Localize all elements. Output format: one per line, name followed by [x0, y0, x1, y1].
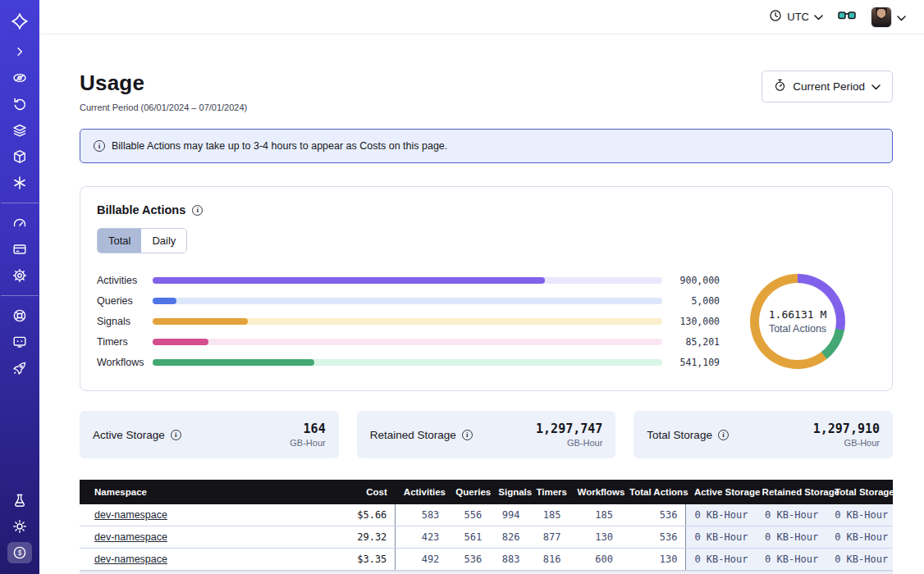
retained-storage-value: 0 KB-Hour: [754, 549, 827, 571]
col-cost: Cost: [324, 480, 396, 504]
layers-icon[interactable]: [7, 120, 32, 141]
col-activities: Activities: [396, 480, 448, 504]
storage-card-value: 1,297,910: [813, 421, 880, 436]
timezone-label: UTC: [787, 11, 809, 23]
bar-track: [153, 359, 662, 366]
gear-icon[interactable]: [7, 265, 32, 286]
tab-daily[interactable]: Daily: [141, 229, 186, 253]
col-signals: Signals: [490, 480, 528, 504]
flask-icon[interactable]: [7, 490, 32, 511]
workflows-value: 600: [569, 549, 621, 571]
user-avatar: [871, 7, 892, 28]
workflows-value: 185: [569, 504, 621, 526]
bar-value: 5,000: [662, 295, 720, 307]
cube-icon[interactable]: [7, 146, 32, 167]
billable-actions-card: Billable Actions i Total Daily Activitie…: [80, 186, 893, 391]
namespaces-icon[interactable]: [7, 67, 32, 89]
col-workflows: Workflows: [569, 480, 621, 504]
signals-value: 994: [490, 504, 528, 526]
tab-total[interactable]: Total: [98, 229, 141, 253]
billable-actions-title: Billable Actions: [97, 203, 185, 216]
clock-icon: [769, 9, 782, 25]
table-row: dev-namespace $3.35 492 536 883 816 600 …: [80, 549, 893, 571]
chevron-down-icon: [871, 80, 881, 93]
sidebar-divider: [1, 295, 39, 296]
timers-value: 816: [528, 549, 569, 571]
activities-value: 492: [396, 549, 448, 571]
cost-value: $3.35: [324, 549, 396, 571]
storage-card-unit: GB-Hour: [536, 438, 602, 448]
donut-ring: 1.66131 M Total Actions: [750, 274, 845, 369]
queries-value: 556: [447, 504, 490, 526]
collapse-chevron-icon[interactable]: [7, 41, 32, 62]
timers-value: 877: [528, 526, 569, 549]
info-icon[interactable]: i: [171, 430, 181, 440]
bar-row-signals: Signals 130,000: [97, 311, 720, 331]
sidebar-divider: [1, 203, 39, 203]
info-icon[interactable]: i: [462, 430, 473, 440]
page-title: Usage: [80, 71, 247, 96]
donut-total-label: Total Actions: [769, 323, 826, 335]
col-total-actions: Total Actions: [621, 480, 686, 504]
queries-value: 536: [447, 549, 490, 571]
rocket-icon[interactable]: [7, 358, 32, 379]
active-storage-value: 0 KB-Hour: [686, 526, 754, 549]
col-namespace: Namespace: [80, 480, 324, 504]
cost-value: 29.32: [324, 526, 396, 549]
stopwatch-icon: [774, 79, 786, 94]
gauge-icon[interactable]: [7, 212, 32, 234]
bar-track: [153, 318, 662, 325]
col-timers: Timers: [528, 480, 569, 504]
table-row: dev-namespace 29.32 423 561 826 877 130 …: [80, 526, 893, 549]
total-storage-value: 0 KB-Hour: [826, 549, 893, 571]
lifebuoy-icon[interactable]: [7, 305, 32, 326]
table-footer: [80, 571, 893, 574]
timezone-dropdown[interactable]: UTC: [769, 9, 823, 25]
bar-label: Timers: [97, 336, 153, 348]
sun-icon[interactable]: [7, 516, 32, 537]
bar-track: [153, 277, 662, 284]
namespace-link[interactable]: dev-namespace: [94, 531, 167, 543]
info-banner: i Billable Actions may take up to 3-4 ho…: [80, 129, 893, 163]
signals-value: 826: [490, 526, 528, 549]
col-retained-storage: Retained Storage: [754, 480, 827, 504]
current-period-dropdown[interactable]: Current Period: [762, 71, 893, 102]
storage-card-value: 164: [290, 421, 325, 436]
namespace-usage-table: Namespace Cost Activities Queries Signal…: [80, 480, 893, 574]
info-icon[interactable]: i: [718, 430, 729, 440]
col-total-storage: Total Storage: [826, 480, 893, 504]
bar-fill: [153, 277, 545, 284]
billable-actions-bar-chart: Activities 900,000 Queries 5,000 Signals: [97, 270, 720, 372]
bar-track: [153, 298, 662, 304]
info-icon[interactable]: i: [192, 205, 203, 216]
total-actions-value: 536: [621, 526, 686, 549]
bar-label: Workflows: [97, 357, 153, 368]
current-period-label: Current Period: [793, 80, 865, 93]
bar-fill: [153, 318, 248, 325]
temporal-logo-icon[interactable]: [7, 11, 32, 32]
total-storage-card: Total Storage i 1,297,910 GB-Hour: [634, 411, 893, 458]
app-root: $ UTC Usage Current Period (06/01/20: [0, 0, 924, 574]
topbar: UTC: [39, 0, 924, 34]
page-subtitle: Current Period (06/01/2024 – 07/01/2024): [80, 102, 247, 112]
bar-value: 541,109: [662, 357, 720, 368]
page-content: Usage Current Period (06/01/2024 – 07/01…: [39, 34, 924, 574]
svg-text:$: $: [18, 549, 22, 557]
storage-summary-row: Active Storage i 164 GB-Hour Retained St…: [80, 411, 893, 458]
namespace-link[interactable]: dev-namespace: [94, 554, 167, 565]
monitor-icon[interactable]: [7, 331, 32, 353]
bar-fill: [153, 339, 208, 345]
card-icon[interactable]: [7, 239, 32, 260]
active-storage-value: 0 KB-Hour: [686, 504, 754, 526]
bar-fill: [153, 298, 176, 304]
user-menu[interactable]: [871, 7, 906, 28]
storage-card-label: Total Storage: [647, 429, 712, 441]
asterisk-icon[interactable]: [7, 172, 32, 194]
usage-dollar-icon[interactable]: $: [7, 542, 32, 563]
namespace-link[interactable]: dev-namespace: [94, 509, 167, 521]
history-icon[interactable]: [7, 93, 32, 115]
bar-row-queries: Queries 5,000: [97, 290, 720, 311]
table-header-row: Namespace Cost Activities Queries Signal…: [80, 480, 893, 504]
bar-value: 85,201: [662, 336, 720, 348]
glasses-icon[interactable]: [838, 10, 856, 25]
